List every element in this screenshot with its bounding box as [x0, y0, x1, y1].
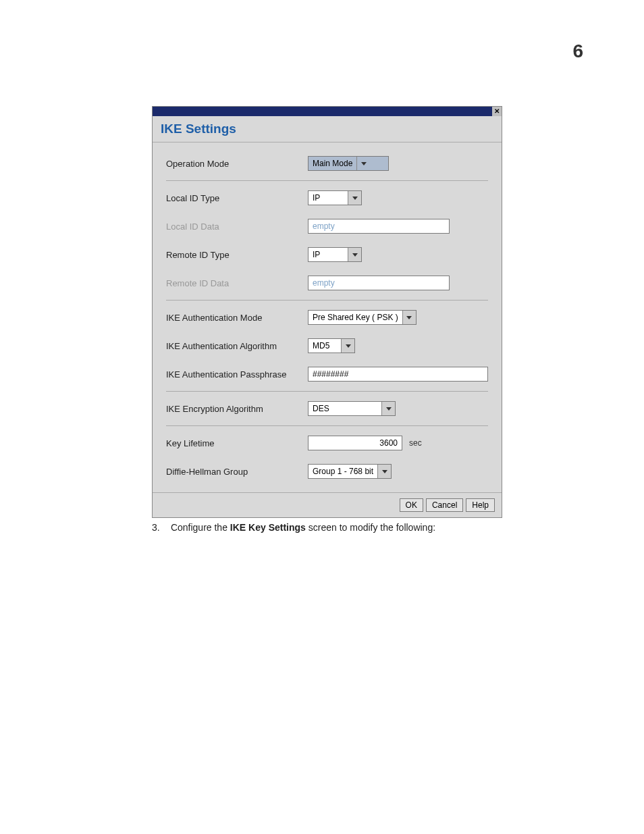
chevron-down-icon — [402, 311, 416, 324]
caption-bold: IKE Key Settings — [230, 522, 306, 533]
local-id-data-input[interactable]: empty — [308, 219, 450, 234]
ike-enc-alg-select[interactable]: DES — [308, 401, 396, 416]
cancel-button[interactable]: Cancel — [426, 498, 463, 512]
dialog-titlebar: ✕ — [153, 107, 502, 116]
local-id-type-value: IP — [308, 193, 348, 203]
chevron-down-icon — [377, 465, 391, 478]
key-lifetime-unit: sec — [409, 438, 422, 448]
local-id-type-label: Local ID Type — [166, 193, 308, 203]
ike-enc-alg-value: DES — [308, 404, 381, 413]
close-icon[interactable]: ✕ — [492, 107, 502, 116]
chevron-down-icon — [341, 339, 354, 353]
operation-mode-label: Operation Mode — [166, 159, 308, 169]
chevron-down-icon — [381, 402, 395, 415]
ike-auth-alg-select[interactable]: MD5 — [308, 338, 355, 353]
dh-group-select[interactable]: Group 1 - 768 bit — [308, 464, 392, 479]
ike-auth-alg-label: IKE Authentication Algorithm — [166, 341, 308, 351]
ike-settings-dialog: ✕ IKE Settings Operation Mode Main Mode … — [152, 106, 502, 518]
ike-auth-mode-value: Pre Shared Key ( PSK ) — [308, 313, 402, 322]
instruction-text: 3. Configure the IKE Key Settings screen… — [152, 522, 435, 533]
ike-enc-alg-label: IKE Encryption Algorithm — [166, 404, 308, 414]
local-id-type-select[interactable]: IP — [308, 190, 362, 205]
dialog-title: IKE Settings — [153, 116, 502, 142]
ike-auth-pass-input[interactable]: ######## — [308, 367, 488, 382]
ok-button[interactable]: OK — [400, 498, 423, 512]
dh-group-value: Group 1 - 768 bit — [308, 467, 377, 476]
remote-id-type-select[interactable]: IP — [308, 247, 362, 262]
ike-auth-mode-select[interactable]: Pre Shared Key ( PSK ) — [308, 310, 417, 325]
operation-mode-value: Main Mode — [308, 159, 356, 168]
dh-group-label: Diffie-Hellman Group — [166, 467, 308, 477]
ike-auth-alg-value: MD5 — [308, 341, 341, 350]
caption-post: screen to modify the following: — [306, 522, 435, 533]
remote-id-data-input[interactable]: empty — [308, 276, 450, 290]
chevron-down-icon — [348, 191, 361, 205]
page-number: 6 — [572, 41, 583, 62]
remote-id-type-value: IP — [308, 250, 348, 259]
operation-mode-select[interactable]: Main Mode — [308, 156, 389, 171]
remote-id-type-label: Remote ID Type — [166, 250, 308, 260]
key-lifetime-input[interactable]: 3600 — [308, 436, 402, 450]
chevron-down-icon — [348, 248, 361, 261]
caption-pre: Configure the — [171, 522, 230, 533]
step-number: 3. — [152, 522, 168, 533]
key-lifetime-label: Key Lifetime — [166, 438, 308, 448]
chevron-down-icon — [356, 157, 370, 170]
ike-auth-mode-label: IKE Authentication Mode — [166, 313, 308, 323]
ike-auth-pass-label: IKE Authentication Passphrase — [166, 369, 308, 380]
remote-id-data-label: Remote ID Data — [166, 278, 308, 288]
local-id-data-label: Local ID Data — [166, 221, 308, 232]
help-button[interactable]: Help — [466, 498, 495, 512]
dialog-footer: OK Cancel Help — [153, 492, 502, 517]
